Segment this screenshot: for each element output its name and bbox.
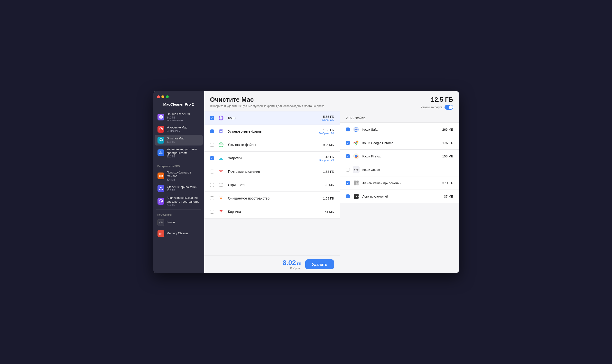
sidebar: MacCleaner Pro 2 Общие сведения 84.2 ГБ … <box>153 91 204 273</box>
svg-rect-16 <box>219 130 223 133</box>
category-checkbox-lang[interactable] <box>210 143 214 147</box>
category-size-col-cache: 5.55 ГБ Выбрано 5 <box>317 115 334 121</box>
pro-section-header: Инструменты PRO <box>153 162 204 169</box>
category-selected-install: Выбрано 20 <box>317 132 334 135</box>
sidebar-item-speedup-badge: 50 Проблем <box>167 130 200 132</box>
selected-label: Выбрано <box>283 267 301 270</box>
detail-item-apps[interactable]: Файлы кэшей приложений 3.11 ГБ <box>340 176 459 190</box>
category-checkbox-downloads[interactable] <box>210 156 214 160</box>
detail-label-apps: Файлы кэшей приложений <box>362 181 436 185</box>
close-button[interactable] <box>157 95 160 98</box>
sidebar-item-analyzer-badge: 23.6 ГБ <box>167 204 200 206</box>
category-item-cache[interactable]: Кэши 5.55 ГБ Выбрано 5 <box>204 111 340 125</box>
sidebar-item-general-badge: 84.2 ГБ Использовано <box>167 116 200 122</box>
detail-checkbox-safari[interactable] <box>346 128 350 131</box>
safari-icon <box>353 126 359 133</box>
cleanable-icon <box>217 195 225 202</box>
sidebar-item-memory[interactable]: m Memory Cleaner <box>155 228 203 239</box>
xcode-icon: </> <box>353 166 359 173</box>
category-item-install[interactable]: Установочные файлы 1.35 ГБ Выбрано 20 <box>204 125 340 138</box>
category-item-lang[interactable]: Языковые файлы 985 МБ <box>204 138 340 152</box>
disk-icon <box>158 149 164 156</box>
detail-item-logs[interactable]: LOGS Логи приложений 37 МБ <box>340 190 459 203</box>
sidebar-item-disk[interactable]: Управление дисковымпространством 80.1 ГБ <box>155 146 203 160</box>
detail-checkbox-xcode[interactable] <box>346 168 350 171</box>
sidebar-item-general-text: Общие сведения 84.2 ГБ Использовано <box>167 112 200 122</box>
screenshots-icon <box>217 181 225 189</box>
sidebar-item-uninstall-text: Удаление приложений 13.7 ГБ <box>167 185 200 192</box>
category-item-downloads[interactable]: Загрузки 1.13 ГБ Выбрано 29 <box>204 152 340 165</box>
app-title: MacCleaner Pro 2 <box>157 102 200 106</box>
category-checkbox-screenshots[interactable] <box>210 183 214 187</box>
detail-item-firefox[interactable]: Кэши Firefox 156 МБ <box>340 150 459 163</box>
traffic-lights <box>157 95 169 98</box>
general-icon <box>158 114 164 120</box>
selected-info: 8.02 ГБ Выбрано <box>283 259 301 270</box>
header-left: Очистите Мас Выберите и удалите ненужные… <box>210 96 325 108</box>
category-checkbox-install[interactable] <box>210 130 214 133</box>
detail-item-xcode[interactable]: </> Кэши Xcode — <box>340 163 459 176</box>
page-header: Очистите Мас Выберите и удалите ненужные… <box>204 91 459 111</box>
uninstall-icon <box>158 185 164 192</box>
category-label-lang: Языковые файлы <box>228 143 314 147</box>
helpers-section-header: Помощники <box>153 210 204 217</box>
detail-checkbox-chrome[interactable] <box>346 141 350 145</box>
sidebar-item-duplicates[interactable]: Поиск дубликатовфайлов 524 МБ <box>155 169 203 183</box>
category-item-trash[interactable]: Корзина 51 МБ <box>204 205 340 219</box>
category-checkbox-mail[interactable] <box>210 169 214 173</box>
category-item-screenshots[interactable]: Скриншоты 90 МБ <box>204 178 340 192</box>
sidebar-item-cleaner[interactable]: Очистка Мас 12.5 ГБ <box>155 135 203 145</box>
sidebar-item-general[interactable]: Общие сведения 84.2 ГБ Использовано <box>155 110 203 124</box>
minimize-button[interactable] <box>161 95 164 98</box>
category-label-mail: Почтовые вложения <box>228 169 314 173</box>
expert-mode-toggle[interactable] <box>444 105 453 110</box>
categories-list: Кэши 5.55 ГБ Выбрано 5 <box>204 111 340 255</box>
install-icon <box>217 128 225 135</box>
sidebar-item-duplicates-label: Поиск дубликатовфайлов <box>167 171 200 178</box>
detail-checkbox-apps[interactable] <box>346 181 350 185</box>
delete-button[interactable]: Удалить <box>305 259 334 269</box>
categories-panel: Кэши 5.55 ГБ Выбрано 5 <box>204 111 340 273</box>
files-count: 2,022 Файла <box>346 116 453 120</box>
sidebar-item-analyzer[interactable]: Анализ использованиядискового пространст… <box>155 194 203 208</box>
svg-rect-47 <box>356 183 359 185</box>
trash-icon <box>217 208 225 215</box>
category-size-install: 1.35 ГБ <box>317 128 334 132</box>
svg-rect-44 <box>354 181 356 183</box>
svg-rect-46 <box>354 183 356 185</box>
sidebar-item-uninstall-badge: 13.7 ГБ <box>167 189 200 192</box>
svg-rect-22 <box>219 183 223 187</box>
detail-label-chrome: Кэши Google Chrome <box>362 141 436 145</box>
svg-point-14 <box>161 222 161 223</box>
category-checkbox-trash[interactable] <box>210 210 214 214</box>
category-selected-cache: Выбрано 5 <box>317 118 334 121</box>
memory-icon: m <box>158 230 164 237</box>
detail-item-safari[interactable]: Кэши Safari 269 МБ <box>340 123 459 136</box>
category-item-cleanable[interactable]: Очищаемое пространство 1.69 ГБ <box>204 192 340 205</box>
maximize-button[interactable] <box>166 95 169 98</box>
category-size-cleanable: 1.69 ГБ <box>317 197 334 200</box>
analyzer-icon <box>158 198 164 205</box>
detail-size-chrome: 1.97 ГБ <box>439 141 453 145</box>
sidebar-item-uninstall-label: Удаление приложений <box>167 185 200 189</box>
sidebar-item-disk-badge: 80.1 ГБ <box>167 155 200 158</box>
sidebar-item-funter[interactable]: Funter <box>155 217 203 228</box>
sidebar-item-memory-label: Memory Cleaner <box>167 232 200 235</box>
category-item-mail[interactable]: Почтовые вложения 1.63 ГБ <box>204 165 340 178</box>
bottom-bar: 8.02 ГБ Выбрано Удалить <box>204 255 340 273</box>
detail-item-chrome[interactable]: Кэши Google Chrome 1.97 ГБ <box>340 136 459 150</box>
svg-point-7 <box>161 175 163 177</box>
sidebar-item-uninstall[interactable]: Удаление приложений 13.7 ГБ <box>155 183 203 194</box>
sidebar-item-cleaner-text: Очистка Мас 12.5 ГБ <box>167 137 200 143</box>
category-checkbox-cleanable[interactable] <box>210 196 214 200</box>
svg-text:</>: </> <box>353 168 359 171</box>
details-header: 2,022 Файла <box>340 111 459 123</box>
detail-checkbox-logs[interactable] <box>346 195 350 198</box>
category-checkbox-cache[interactable] <box>210 116 214 120</box>
svg-rect-17 <box>220 130 222 132</box>
detail-checkbox-firefox[interactable] <box>346 154 350 158</box>
sidebar-item-speedup[interactable]: Ускорение Мас 50 Проблем <box>155 124 203 135</box>
svg-text:LOGS: LOGS <box>353 195 359 198</box>
detail-size-xcode: — <box>439 168 453 171</box>
chrome-icon <box>353 139 359 146</box>
